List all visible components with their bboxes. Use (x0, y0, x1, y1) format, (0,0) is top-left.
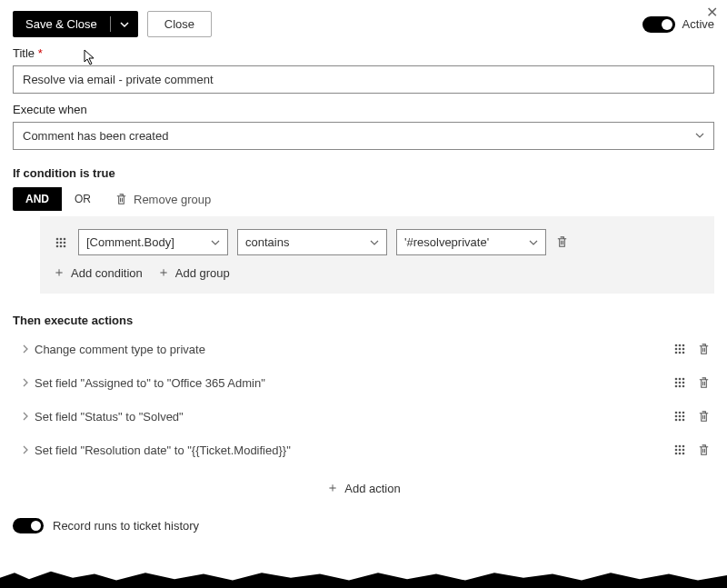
remove-group-label: Remove group (134, 193, 211, 206)
svg-point-44 (682, 453, 685, 455)
toolbar: Save & Close Close Active (13, 11, 714, 37)
action-tools (672, 442, 711, 458)
trash-icon (697, 410, 711, 424)
condition-field-select[interactable]: [Comment.Body] (78, 229, 228, 255)
condition-tab-row: AND OR Remove group (13, 187, 714, 211)
svg-point-5 (64, 241, 66, 244)
record-runs-toggle[interactable] (13, 518, 44, 533)
svg-point-42 (675, 453, 678, 455)
grip-icon (55, 236, 67, 249)
toggle-knob (662, 19, 672, 30)
svg-point-25 (679, 385, 682, 388)
execute-when-label: Execute when (13, 103, 714, 116)
execute-when-select[interactable]: Comment has been created (13, 122, 714, 150)
remove-group-button[interactable]: Remove group (115, 193, 211, 206)
chevron-down-icon (120, 20, 129, 29)
svg-point-34 (679, 419, 682, 422)
action-text: Set field "Status" to "Solved" (35, 410, 672, 424)
trash-icon (697, 343, 711, 356)
add-action-button[interactable]: ＋ Add action (326, 480, 400, 496)
svg-point-23 (682, 382, 685, 384)
expand-action[interactable] (16, 410, 35, 424)
actions-header: Then execute actions (13, 314, 714, 327)
close-icon[interactable]: ✕ (706, 4, 718, 21)
svg-point-30 (675, 415, 678, 418)
svg-point-28 (679, 412, 682, 414)
condition-value-select[interactable]: '#resolveprivate' (396, 229, 546, 255)
trash-icon (697, 376, 711, 390)
svg-point-19 (679, 378, 682, 381)
svg-point-36 (675, 445, 678, 448)
toggle-knob (31, 521, 41, 531)
svg-point-15 (675, 352, 678, 354)
add-condition-button[interactable]: ＋ Add condition (53, 264, 143, 281)
action-tools (672, 374, 711, 391)
trash-icon (115, 193, 128, 206)
svg-point-0 (56, 237, 59, 240)
svg-point-37 (679, 445, 682, 448)
chevron-down-icon (211, 238, 220, 247)
svg-point-20 (682, 378, 685, 381)
svg-point-9 (675, 344, 678, 347)
condition-body: [Comment.Body] contains '#resolveprivate… (40, 216, 714, 294)
svg-point-41 (682, 449, 685, 452)
chevron-right-icon (21, 445, 30, 454)
drag-handle[interactable] (672, 341, 688, 357)
svg-point-13 (679, 348, 682, 351)
plus-icon: ＋ (326, 480, 339, 496)
condition-field-value: [Comment.Body] (86, 235, 174, 249)
svg-point-33 (675, 419, 678, 422)
chevron-down-icon (370, 238, 379, 247)
expand-action[interactable] (16, 376, 35, 390)
grip-icon (673, 376, 686, 389)
action-row: Set field "Resolution date" to "{{Ticket… (13, 434, 714, 467)
delete-action-button[interactable] (697, 376, 711, 390)
expand-action[interactable] (16, 343, 35, 356)
svg-point-17 (682, 352, 685, 354)
svg-point-24 (675, 385, 678, 388)
trash-icon (697, 443, 711, 457)
condition-operator-value: contains (245, 235, 289, 249)
condition-row: [Comment.Body] contains '#resolveprivate… (53, 229, 702, 255)
title-input[interactable] (13, 65, 714, 94)
condition-operator-select[interactable]: contains (237, 229, 387, 255)
svg-point-14 (682, 348, 685, 351)
drag-handle[interactable] (672, 374, 688, 391)
grip-icon (673, 410, 686, 423)
record-runs-label: Record runs to ticket history (53, 519, 199, 533)
save-close-dropdown[interactable] (111, 11, 138, 37)
add-group-label: Add group (175, 266, 230, 280)
drag-handle[interactable] (672, 442, 688, 458)
plus-icon: ＋ (53, 264, 65, 281)
chevron-down-icon (529, 238, 538, 247)
drag-handle[interactable] (672, 408, 688, 424)
active-toggle-group: Active (642, 16, 714, 33)
action-tools (672, 341, 711, 357)
required-asterisk: * (38, 46, 43, 60)
delete-condition-button[interactable] (555, 235, 569, 249)
action-text: Change comment type to private (35, 343, 672, 356)
svg-point-22 (679, 382, 682, 384)
svg-point-6 (56, 244, 59, 247)
active-toggle[interactable] (642, 16, 675, 33)
chevron-right-icon (21, 412, 30, 421)
svg-point-18 (675, 378, 678, 381)
save-close-button[interactable]: Save & Close (13, 11, 110, 37)
close-button[interactable]: Close (147, 11, 212, 37)
delete-action-button[interactable] (697, 410, 711, 424)
svg-point-43 (679, 453, 682, 455)
chevron-down-icon (695, 129, 704, 143)
tab-and[interactable]: AND (13, 187, 62, 211)
tab-or[interactable]: OR (62, 187, 104, 211)
svg-point-40 (679, 449, 682, 452)
svg-point-11 (682, 344, 685, 347)
action-row: Set field "Assigned to" to "Office 365 A… (13, 366, 714, 400)
svg-point-2 (64, 237, 66, 240)
expand-action[interactable] (16, 443, 35, 457)
add-group-button[interactable]: ＋ Add group (157, 264, 230, 281)
svg-point-27 (675, 412, 678, 414)
svg-point-12 (675, 348, 678, 351)
delete-action-button[interactable] (697, 343, 711, 356)
delete-action-button[interactable] (697, 443, 711, 457)
drag-handle[interactable] (53, 234, 69, 251)
